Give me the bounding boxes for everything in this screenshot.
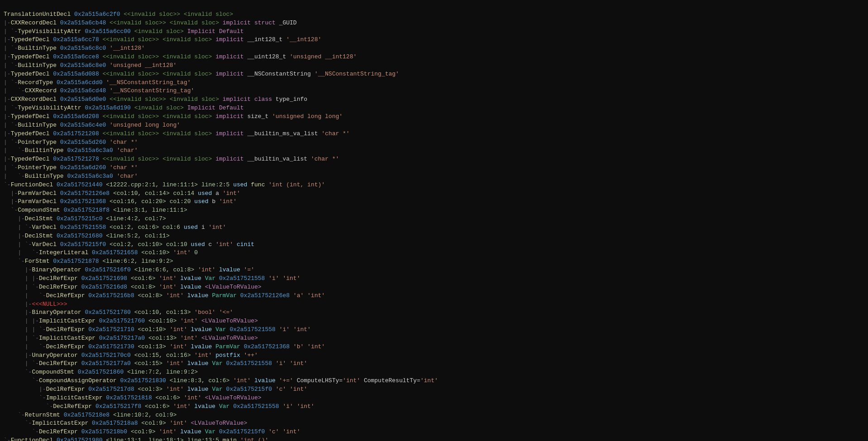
code-line: | `-BuiltinType 0x2a515a6c3a0 'char' xyxy=(4,172,864,181)
code-line: `-FunctionDecl 0x2a517521440 <12222.cpp:… xyxy=(4,181,864,190)
code-line: TranslationUnitDecl 0x2a515a6c2f0 <<inva… xyxy=(4,10,864,19)
code-line: |-CXXRecordDecl 0x2a515a6d0e0 <<invalid … xyxy=(4,95,864,104)
code-line: | `-ImplicitCastExpr 0x2a5175217a0 <col:… xyxy=(4,334,864,343)
code-line: | |-DeclRefExpr 0x2a517521698 <col:6> 'i… xyxy=(4,275,864,283)
code-line: | `-RecordType 0x2a515a6cdd0 '__NSConsta… xyxy=(4,79,864,87)
code-line: | `-DeclRefExpr 0x2a5175216d8 <col:8> 'i… xyxy=(4,283,864,292)
code-line: | `-DeclRefExpr 0x2a51752177a0 <col:15> … xyxy=(4,360,864,368)
code-line: |-BinaryOperator 0x2a517521780 <col:10, … xyxy=(4,308,864,317)
code-line: | `-IntegerLiteral 0x2a517521658 <col:10… xyxy=(4,249,864,257)
code-line: | |-ImplicitCastExpr 0x2a517521760 <col:… xyxy=(4,317,864,326)
code-line: |-TypedefDecl 0x2a515a6cc78 <<invalid sl… xyxy=(4,36,864,44)
code-line: `-FunctionDecl 0x2a517521980 <line:13:1,… xyxy=(4,436,864,441)
code-line: `-DeclRefExpr 0x2a5175218b0 <col:9> 'int… xyxy=(4,428,864,436)
code-line: | `-DeclRefExpr 0x2a5175216b8 <col:8> 'i… xyxy=(4,292,864,300)
code-line: | `-VarDecl 0x2a5175215f0 <col:2, col:10… xyxy=(4,241,864,249)
code-line: `-ForStmt 0x2a517521878 <line:6:2, line:… xyxy=(4,257,864,266)
code-line: |-TypedefDecl 0x2a517521208 <<invalid sl… xyxy=(4,130,864,138)
code-line: | `-CXXRecord 0x2a515a6cd48 '__NSConstan… xyxy=(4,87,864,95)
code-line: |-DeclStmt 0x2a5175215c0 <line:4:2, col:… xyxy=(4,215,864,223)
code-line: `-CompoundStmt 0x2a517521860 <line:7:2, … xyxy=(4,368,864,377)
code-line: |-ParmVarDecl 0x2a51752126e8 <col:10, co… xyxy=(4,190,864,198)
code-line: `-CompoundStmt 0x2a5175218f8 <line:3:1, … xyxy=(4,206,864,215)
code-line: |-TypedefDecl 0x2a517521278 <<invalid sl… xyxy=(4,155,864,164)
code-line: | `-BuiltinType 0x2a515a6c4e0 'unsigned … xyxy=(4,121,864,130)
code-line: | `-DeclRefExpr 0x2a517521730 <col:13> '… xyxy=(4,343,864,351)
code-line: |-TypedefDecl 0x2a515a6d208 <<invalid sl… xyxy=(4,113,864,121)
code-line: |-UnaryOperator 0x2a51752170c0 <col:15, … xyxy=(4,351,864,360)
code-line: |-BinaryOperator 0x2a5175216f0 <line:6:6… xyxy=(4,266,864,275)
code-line: | `-PointerType 0x2a515a5d260 'char *' xyxy=(4,138,864,147)
code-line: | `-PointerType 0x2a515a6d260 'char *' xyxy=(4,164,864,172)
code-line: | `-BuiltinType 0x2a515a6c8e0 'unsigned … xyxy=(4,62,864,70)
code-line: | `-VarDecl 0x2a517521558 <col:2, col:6>… xyxy=(4,223,864,232)
code-line: | `-TypeVisibilityAttr 0x2a515a6d190 <in… xyxy=(4,104,864,113)
code-line: | `-BuiltinType 0x2a515a6c8c0 '__int128' xyxy=(4,44,864,53)
code-line: |-TypedefDecl 0x2a515a6d088 <<invalid sl… xyxy=(4,70,864,79)
code-line: `-ReturnStmt 0x2a5175218e8 <line:10:2, c… xyxy=(4,411,864,420)
code-line: | `-TypeVisibilityAttr 0x2a515a6cc00 <in… xyxy=(4,28,864,36)
code-line: |-<<<NULL>>> xyxy=(4,300,864,309)
code-line: |-TypedefDecl 0x2a515a6cce8 <<invalid sl… xyxy=(4,53,864,62)
ast-dump: TranslationUnitDecl 0x2a515a6c2f0 <<inva… xyxy=(0,0,868,441)
code-line: |-ParmVarDecl 0x2a517521368 <col:16, col… xyxy=(4,198,864,206)
code-line: `-CompoundAssignOperator 0x2a517521830 <… xyxy=(4,377,864,385)
code-line: `-DeclRefExpr 0x2a5175217f8 <col:6> 'int… xyxy=(4,403,864,411)
code-line: |-DeclStmt 0x2a517521680 <line:5:2, col:… xyxy=(4,232,864,241)
code-line: |-DeclRefExpr 0x2a5175217d8 <col:3> 'int… xyxy=(4,385,864,394)
code-line: |-CXXRecordDecl 0x2a515a6cb48 <<invalid … xyxy=(4,19,864,28)
code-line: | `-BuiltinType 0x2a515a6c3a0 'char' xyxy=(4,147,864,155)
code-line: | | `-DeclRefExpr 0x2a517521710 <col:10>… xyxy=(4,326,864,334)
code-line: `-ImplicitCastExpr 0x2a5175218a8 <col:9>… xyxy=(4,419,864,428)
code-line: `-ImplicitCastExpr 0x2a517521818 <col:6>… xyxy=(4,394,864,403)
